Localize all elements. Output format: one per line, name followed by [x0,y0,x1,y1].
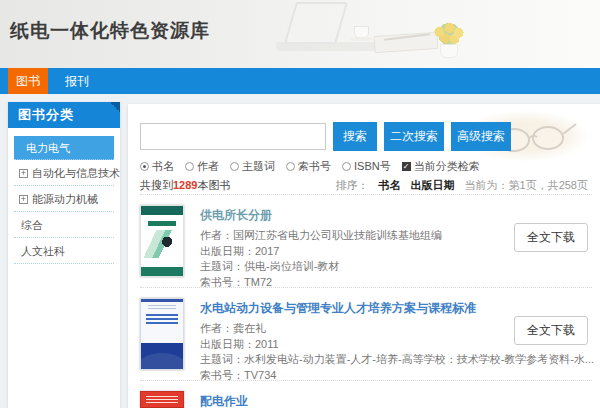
book-info: 配电作业 作者：尹芬主编 出版日期：2015 [200,391,279,408]
option-subject[interactable]: 主题词 [230,159,275,174]
results-count: 1289 [173,179,197,191]
download-fulltext-button[interactable]: 全文下载 [514,316,588,345]
results-summary: 共搜到1289本图书 [140,178,230,193]
saucer-photo [350,37,373,41]
search-input[interactable] [140,123,326,150]
book-entry: 水电站动力设备与管理专业人才培养方案与课程标准 作者：龚在礼 出版日期：2011… [140,287,592,380]
category-sidebar: 图书分类 电力电气 自动化与信息技术 能源动力机械 综合 人文社科 [8,102,120,408]
sort-label: 排序： [336,178,369,193]
category-list: 电力电气 自动化与信息技术 能源动力机械 综合 人文社科 [8,128,120,264]
tab-periodicals[interactable]: 报刊 [48,68,106,94]
page-info: 当前为：第1页，共258页 [465,178,588,193]
book-info: 供电所长分册 作者：国网江苏省电力公司职业技能训练基地组编 出版日期：2017 … [200,205,442,277]
secondary-search-button[interactable]: 二次搜索 [384,122,444,151]
radio-icon[interactable] [342,162,351,171]
page-header: 纸电一体化特色资源库 [0,0,600,68]
sidebar-item-electric-power[interactable]: 电力电气 [14,136,114,160]
sidebar-title: 图书分类 [8,102,120,128]
book-subject: 主题词：水利发电站-动力装置-人才-培养-高等学校：技术学校-教学参考资料-水.… [200,352,592,368]
download-fulltext-button[interactable]: 全文下载 [514,223,588,252]
vase-photo [440,44,458,58]
book-title-link[interactable]: 水电站动力设备与管理专业人才培养方案与课程标准 [200,300,476,317]
sort-by-date[interactable]: 出版日期 [411,178,455,193]
book-cover[interactable] [140,391,184,408]
tab-books[interactable]: 图书 [8,68,48,94]
book-entry: 配电作业 作者：尹芬主编 出版日期：2015 全文下载 [140,380,592,408]
sort-controls: 排序： 书名 出版日期 当前为：第1页，共258页 [336,178,588,193]
advanced-search-button[interactable]: 高级搜索 [451,122,511,151]
main-nav: 图书 报刊 [0,68,600,94]
radio-icon[interactable] [286,162,295,171]
radio-checked-icon[interactable] [140,162,149,171]
radio-icon[interactable] [185,162,194,171]
book-subject: 主题词：供电-岗位培训-教材 [200,259,442,275]
book-list: 供电所长分册 作者：国网江苏省电力公司职业技能训练基地组编 出版日期：2017 … [140,194,592,408]
book-title-link[interactable]: 配电作业 [200,393,248,408]
book-cover[interactable] [140,205,184,277]
search-field-options: 书名 作者 主题词 索书号 ISBN号 当前分类检索 [140,159,480,174]
expand-plus-icon[interactable] [19,169,28,178]
expand-plus-icon[interactable] [19,195,28,204]
sidebar-item-automation-it[interactable]: 自动化与信息技术 [14,160,114,186]
book-date: 出版日期：2017 [200,244,442,260]
option-current-category[interactable]: 当前分类检索 [402,159,480,174]
laptop-photo [284,2,348,44]
search-bar: 搜索 二次搜索 高级搜索 [140,122,511,151]
radio-icon[interactable] [230,162,239,171]
sidebar-item-humanities[interactable]: 人文社科 [14,238,114,264]
flowers-photo [432,22,466,46]
sidebar-item-comprehensive[interactable]: 综合 [14,212,114,238]
option-callno[interactable]: 索书号 [286,159,331,174]
results-bar: 共搜到1289本图书 排序： 书名 出版日期 当前为：第1页，共258页 [140,178,588,193]
book-author: 作者：国网江苏省电力公司职业技能训练基地组编 [200,228,442,244]
site-title: 纸电一体化特色资源库 [10,18,210,44]
option-author[interactable]: 作者 [185,159,219,174]
sort-by-title[interactable]: 书名 [379,178,401,193]
book-title-link[interactable]: 供电所长分册 [200,207,272,224]
book-cover[interactable] [140,298,184,370]
option-title[interactable]: 书名 [140,159,174,174]
book-entry: 供电所长分册 作者：国网江苏省电力公司职业技能训练基地组编 出版日期：2017 … [140,194,592,287]
sidebar-item-energy-machinery[interactable]: 能源动力机械 [14,186,114,212]
laptop-base-photo [276,42,376,51]
content-panel: 搜索 二次搜索 高级搜索 书名 作者 主题词 索书号 ISBN号 当前分类检索 … [128,104,600,408]
option-isbn[interactable]: ISBN号 [342,159,391,174]
fold-corner-icon [110,102,120,112]
checkbox-checked-icon[interactable] [402,162,411,171]
search-button[interactable]: 搜索 [333,122,377,151]
